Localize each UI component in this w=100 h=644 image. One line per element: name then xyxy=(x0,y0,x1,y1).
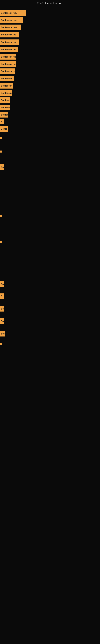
bar-label: Bottleneck res xyxy=(0,54,16,60)
bar-item: Bottleneck c xyxy=(0,105,10,110)
bar-label: Bottleneck res xyxy=(0,61,16,67)
bar-item: Bottleneck re xyxy=(0,83,13,88)
bar-item: Bottleneck res xyxy=(0,54,16,60)
bar-item: | xyxy=(0,150,1,152)
bar-label: | xyxy=(0,241,1,243)
bar-item: Bottleneck resu xyxy=(0,17,23,23)
bar-label: Bo xyxy=(0,164,4,170)
bar-label: B xyxy=(0,294,3,299)
bar-label: Bottleneck resa xyxy=(0,24,21,30)
bar-item: B xyxy=(0,119,4,124)
bar-label: Bottleneck res xyxy=(0,76,14,81)
bar-item: Bottleneck r xyxy=(0,90,12,96)
bar-item: Bottleneck resu xyxy=(0,10,26,16)
bar-item: Bottleneck resa xyxy=(0,24,21,30)
bar-label: | xyxy=(0,150,1,152)
bar-label: Bottleneck res xyxy=(0,68,15,74)
bar-label: B xyxy=(0,119,4,124)
bar-label: | xyxy=(0,137,1,139)
bar-label: Bottleneck c xyxy=(0,105,10,110)
bar-label: Bottleneck resu xyxy=(0,17,23,23)
bar-label: Bo xyxy=(0,281,4,287)
bar-item: Bottleneck res xyxy=(0,61,16,67)
bar-label: Bottleneck r xyxy=(0,90,12,96)
bar-item: Bottle xyxy=(0,126,8,132)
bar-item: Bottleneck res xyxy=(0,68,15,74)
bar-item: Bottleneck res xyxy=(0,76,14,81)
bar-item: B xyxy=(0,294,3,299)
bar-label: | xyxy=(0,215,1,217)
bar-item: Bottleneck r xyxy=(0,98,10,103)
bar-label: Bottleneck res xyxy=(0,47,18,52)
bar-label: Bottleneck resu xyxy=(0,10,26,16)
bar-label: Bottle xyxy=(0,126,8,132)
bar-item: Bottleneck res xyxy=(0,40,19,45)
bar-item: | xyxy=(0,343,1,345)
bar-label: Bottleneck res xyxy=(0,40,19,45)
bar-item: Bottleneck res xyxy=(0,32,19,38)
site-title: TheBottlenecker.com xyxy=(0,0,100,6)
bar-label: Bottleneck r xyxy=(0,98,10,103)
bar-label: | xyxy=(0,343,1,345)
bar-item: Bo xyxy=(0,306,4,312)
bar-item: Bo xyxy=(0,164,4,170)
bar-item: Bott xyxy=(0,331,5,336)
bar-item: | xyxy=(0,215,1,217)
bar-label: Bott xyxy=(0,331,5,336)
bar-item: Bo xyxy=(0,318,4,324)
bar-label: Bottleneck re xyxy=(0,83,13,88)
bar-item: Bo xyxy=(0,281,4,287)
bar-label: Bottleneck res xyxy=(0,32,19,38)
bar-item: | xyxy=(0,137,1,139)
bar-label: Bo xyxy=(0,318,4,324)
bar-item: Bottleneck res xyxy=(0,47,18,52)
bar-label: Bo xyxy=(0,306,4,312)
bar-label: Bottlen xyxy=(0,112,8,118)
bar-item: Bottlen xyxy=(0,112,8,118)
bar-item: | xyxy=(0,241,1,243)
